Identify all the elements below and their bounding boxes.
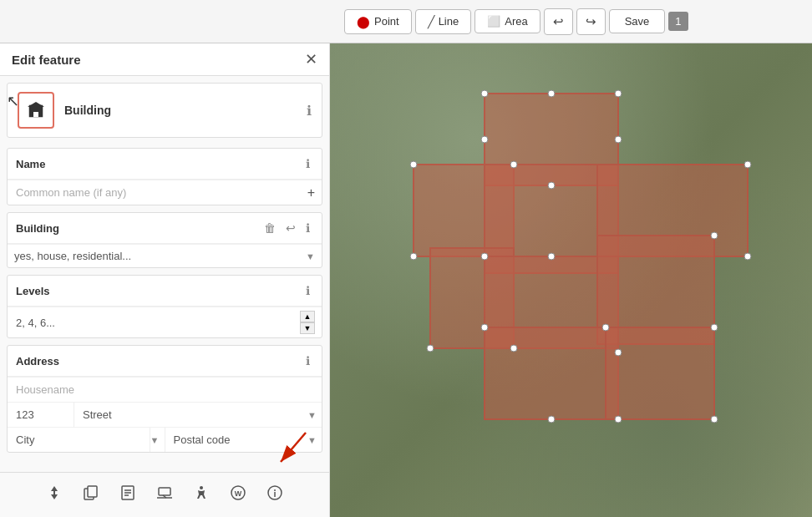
- laptop-icon: [156, 484, 173, 501]
- move-icon: [46, 484, 63, 501]
- line-label: Line: [439, 15, 459, 28]
- svg-rect-28: [485, 327, 618, 419]
- svg-rect-7: [88, 486, 97, 497]
- name-section-title: Name: [16, 158, 302, 170]
- city-select[interactable]: City: [8, 428, 150, 452]
- building-info-button[interactable]: ℹ: [302, 220, 313, 236]
- svg-point-52: [548, 253, 555, 260]
- svg-text:W: W: [235, 489, 242, 498]
- housename-input[interactable]: [8, 378, 322, 402]
- building-delete-button[interactable]: 🗑: [261, 220, 279, 236]
- line-icon: ╱: [428, 15, 434, 28]
- svg-point-47: [481, 324, 488, 331]
- feature-type-icon: [18, 92, 54, 129]
- name-section: Name ℹ +: [7, 148, 322, 205]
- building-footprint-group: [414, 94, 748, 419]
- address-section-header: Address ℹ: [8, 346, 322, 377]
- svg-point-32: [548, 90, 555, 97]
- svg-point-45: [711, 232, 718, 239]
- area-button[interactable]: ⬜ Area: [475, 9, 540, 33]
- svg-point-51: [602, 324, 609, 331]
- bottom-info-button[interactable]: [263, 481, 287, 509]
- house-number-input[interactable]: [8, 403, 74, 427]
- address-number-street-row: Street ▼: [8, 402, 322, 427]
- copy-button[interactable]: [79, 481, 103, 509]
- levels-down-button[interactable]: ▼: [300, 322, 315, 334]
- svg-point-46: [548, 416, 555, 423]
- main-toolbar: ⬤ Point ╱ Line ⬜ Area ↩ ↪ Save 1: [0, 0, 812, 43]
- name-section-header: Name ℹ: [8, 149, 322, 180]
- levels-section-header: Levels ℹ: [8, 276, 322, 307]
- levels-stepper: ▲ ▼: [300, 311, 315, 334]
- svg-point-43: [615, 349, 622, 356]
- building-section-header: Building 🗑 ↩ ℹ: [8, 213, 322, 244]
- building-svg-icon: [26, 100, 46, 120]
- building-section: Building 🗑 ↩ ℹ yes, house, residential..…: [7, 212, 322, 268]
- edit-feature-header: Edit feature ✕: [0, 43, 329, 76]
- map-overlay: [330, 43, 812, 517]
- levels-up-button[interactable]: ▲: [300, 311, 315, 322]
- redo-button[interactable]: ↪: [576, 8, 606, 35]
- svg-point-38: [410, 253, 417, 260]
- svg-point-50: [548, 182, 555, 189]
- accessibility-button[interactable]: [190, 481, 213, 509]
- area-icon: ⬜: [487, 15, 500, 28]
- levels-section-title: Levels: [16, 285, 302, 297]
- postal-select[interactable]: Postal code: [165, 428, 308, 452]
- feature-info-button[interactable]: ℹ: [307, 103, 312, 119]
- building-type-select[interactable]: yes, house, residential...: [14, 250, 306, 262]
- svg-point-30: [481, 90, 488, 97]
- svg-point-33: [481, 136, 488, 143]
- levels-section-actions: ℹ: [302, 282, 313, 299]
- name-info-button[interactable]: ℹ: [302, 155, 313, 172]
- edit-feature-title: Edit feature: [12, 53, 81, 67]
- svg-rect-12: [159, 488, 170, 495]
- device-button[interactable]: [153, 481, 176, 509]
- feature-type-label: Building: [64, 104, 307, 117]
- bottom-icons-bar: W: [0, 472, 329, 517]
- svg-point-44: [711, 324, 718, 331]
- point-button[interactable]: ⬤ Point: [344, 9, 412, 34]
- svg-point-36: [744, 161, 751, 168]
- city-dropdown-arrow: ▼: [150, 435, 165, 445]
- left-panel: Edit feature ✕ ↖ Building ℹ Name: [0, 43, 330, 517]
- wikipedia-icon: W: [230, 484, 246, 501]
- svg-point-37: [744, 253, 751, 260]
- street-select[interactable]: Street: [74, 403, 307, 427]
- postal-dropdown-arrow: ▼: [307, 435, 322, 445]
- svg-point-15: [200, 486, 203, 489]
- move-feature-button[interactable]: [43, 481, 66, 509]
- undo-button[interactable]: ↩: [544, 8, 573, 35]
- building-dropdown-arrow: ▼: [306, 251, 315, 261]
- svg-marker-5: [51, 486, 58, 499]
- levels-info-button[interactable]: ℹ: [302, 282, 313, 299]
- building-dropdown-row: yes, house, residential... ▼: [8, 244, 322, 267]
- feature-type-row: Building ℹ: [7, 83, 322, 138]
- svg-marker-2: [28, 102, 44, 107]
- svg-point-35: [410, 161, 417, 168]
- svg-point-34: [615, 136, 622, 143]
- wikipedia-button[interactable]: W: [226, 481, 250, 509]
- address-city-postal-row: City ▼ Postal code ▼: [8, 427, 322, 452]
- housename-field: [8, 377, 322, 402]
- svg-rect-29: [606, 327, 714, 419]
- svg-point-39: [427, 345, 434, 352]
- note-button[interactable]: [116, 481, 140, 509]
- close-button[interactable]: ✕: [305, 52, 317, 67]
- name-field-row: +: [8, 180, 322, 205]
- save-button[interactable]: Save: [609, 9, 666, 33]
- building-undo-button[interactable]: ↩: [282, 220, 299, 236]
- name-input[interactable]: [8, 180, 301, 205]
- svg-point-42: [711, 416, 718, 423]
- svg-point-49: [510, 161, 517, 168]
- levels-section: Levels ℹ ▲ ▼: [7, 275, 322, 338]
- main-content: Edit feature ✕ ↖ Building ℹ Name: [0, 43, 812, 517]
- line-button[interactable]: ╱ Line: [415, 9, 472, 34]
- levels-input[interactable]: [14, 313, 300, 332]
- svg-point-40: [510, 345, 517, 352]
- name-add-button[interactable]: +: [301, 182, 322, 204]
- map-area[interactable]: [330, 43, 812, 517]
- accessibility-icon: [193, 484, 210, 501]
- street-dropdown-arrow: ▼: [307, 410, 322, 420]
- address-info-button[interactable]: ℹ: [302, 352, 313, 369]
